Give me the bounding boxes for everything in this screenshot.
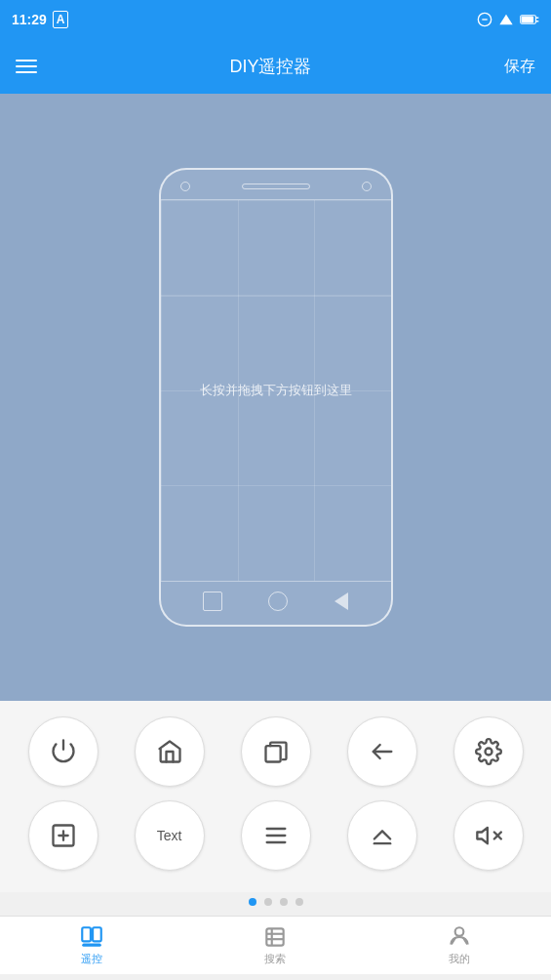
input-button[interactable] [28,800,98,871]
button-row-2: Text [10,800,541,871]
svg-point-8 [485,749,492,755]
bottom-nav: 遥控 搜索 我的 [0,916,551,974]
phone-nav-triangle [335,592,348,610]
phone-dot-left [180,182,190,191]
menu-tray-button[interactable] [241,800,311,871]
minus-circle-icon [477,12,492,27]
app-bar: DIY遥控器 保存 [0,39,551,94]
status-time: 11:29 [12,12,47,27]
svg-rect-17 [93,927,101,941]
phone-speaker [242,184,310,189]
svg-point-23 [454,927,463,936]
svg-rect-16 [82,927,91,941]
search-icon [262,924,288,950]
mine-icon [447,924,472,950]
save-button[interactable]: 保存 [504,57,535,77]
signal-icon [498,12,514,27]
canvas-area: 长按并拖拽下方按钮到这里 [0,94,551,701]
phone-top-bar [161,170,391,199]
dots-indicator [0,892,551,916]
phone-screen[interactable]: 长按并拖拽下方按钮到这里 [161,199,391,582]
text-label: Text [157,828,182,843]
mute-button[interactable] [453,800,524,871]
svg-rect-18 [82,944,101,947]
settings-button[interactable] [453,716,524,787]
button-tray: Text [0,701,551,892]
nav-mine-label: 我的 [449,952,470,966]
svg-rect-6 [522,17,532,22]
nav-mine[interactable]: 我的 [368,924,551,966]
status-bar: 11:29 A [0,0,551,39]
home-button[interactable] [135,716,205,787]
back-button[interactable] [347,716,417,787]
phone-outline: 长按并拖拽下方按钮到这里 [159,168,393,627]
canvas-hint: 长按并拖拽下方按钮到这里 [200,382,352,399]
svg-rect-19 [267,928,284,945]
recent-button[interactable] [241,716,311,787]
phone-nav-circle [268,592,288,611]
menu-button[interactable] [16,60,37,73]
phone-bottom-bar [161,582,391,625]
status-left: 11:29 A [12,11,68,28]
dot-2[interactable] [280,898,288,906]
svg-rect-7 [265,746,280,761]
remote-icon [79,924,104,950]
dot-0[interactable] [249,898,256,906]
dot-1[interactable] [264,898,272,906]
battery-icon [520,12,539,27]
button-row-1 [10,716,541,787]
nav-remote-label: 遥控 [81,952,102,966]
eject-button[interactable] [347,800,417,871]
svg-marker-2 [499,15,512,25]
phone-nav-square [203,592,222,611]
nav-remote[interactable]: 遥控 [0,924,183,966]
power-button[interactable] [28,716,98,787]
nav-search-label: 搜索 [264,952,286,966]
status-right [477,12,539,27]
app-title: DIY遥控器 [229,55,311,78]
status-indicator: A [53,11,69,28]
text-button[interactable]: Text [135,800,205,871]
phone-dot-right [362,182,372,191]
dot-3[interactable] [295,898,303,906]
nav-search[interactable]: 搜索 [183,924,367,966]
